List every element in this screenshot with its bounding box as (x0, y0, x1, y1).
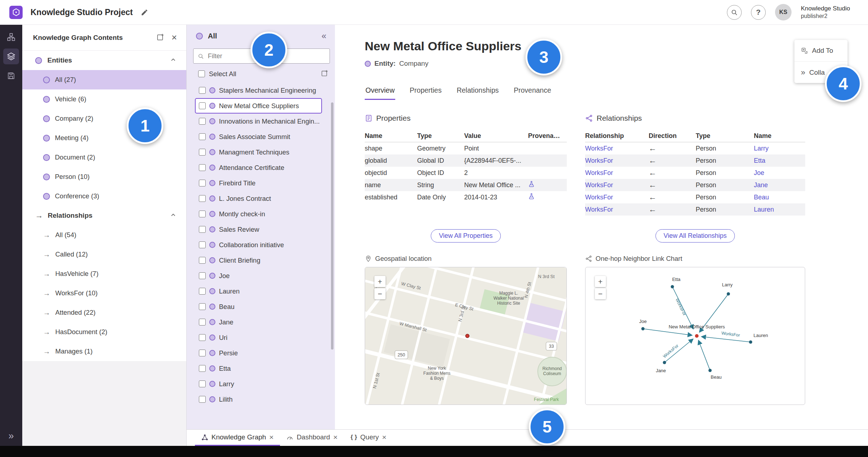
list-item[interactable]: Beau (195, 299, 322, 314)
add-to-button[interactable]: Add To (794, 40, 848, 61)
zoom-in-button[interactable]: + (595, 276, 606, 287)
sidebar-item-relationship[interactable]: HasDocument (2) (22, 322, 186, 342)
sidebar-item-entity[interactable]: All (27) (22, 70, 186, 89)
tab-knowledge-graph[interactable]: Knowledge Graph (195, 430, 280, 446)
chevron-up-icon[interactable] (170, 212, 176, 220)
map-canvas[interactable]: W Clay St E Clay St N 3rd St N 3rd St N … (365, 267, 567, 405)
detail-tab[interactable]: Provenance (513, 84, 552, 100)
sidebar-item-entity[interactable]: Person (10) (22, 167, 186, 186)
view-all-relationships-button[interactable]: View All Relationships (655, 229, 735, 243)
edit-title-icon[interactable] (141, 9, 148, 16)
item-checkbox[interactable] (199, 241, 206, 248)
sidebar-item-relationship[interactable]: Manages (1) (22, 342, 186, 361)
detail-tab[interactable]: Relationships (456, 84, 499, 100)
list-item[interactable]: Montly check-in (195, 206, 322, 222)
list-item[interactable]: Staplers Mechanical Engineering (195, 83, 322, 98)
related-entity-link[interactable]: Etta (754, 157, 805, 165)
avatar[interactable]: KS (775, 4, 792, 20)
list-item[interactable]: L. Jones Contract (195, 191, 322, 206)
entities-section-header[interactable]: Entities (22, 51, 186, 70)
chevron-up-icon[interactable] (170, 57, 176, 64)
item-checkbox[interactable] (199, 102, 206, 109)
item-checkbox[interactable] (199, 396, 206, 403)
list-item[interactable]: Joe (195, 268, 322, 283)
item-checkbox[interactable] (199, 226, 206, 233)
item-checkbox[interactable] (199, 365, 206, 372)
sidebar-item-entity[interactable]: Document (2) (22, 148, 186, 167)
relationships-section-header[interactable]: Relationships (22, 206, 186, 225)
list-item[interactable]: Sales Review (195, 222, 322, 237)
scrollbar[interactable] (331, 102, 333, 350)
add-item-icon[interactable] (321, 69, 328, 78)
related-entity-link[interactable]: Beau (754, 194, 805, 201)
item-checkbox[interactable] (199, 118, 206, 125)
list-item[interactable]: Client Briefing (195, 253, 322, 268)
item-checkbox[interactable] (199, 319, 206, 326)
close-tab-icon[interactable] (382, 433, 386, 442)
relationship-link[interactable]: WorksFor (585, 145, 649, 152)
item-checkbox[interactable] (199, 149, 206, 156)
hierarchy-icon[interactable] (3, 29, 19, 45)
relationship-link[interactable]: WorksFor (585, 157, 649, 165)
close-panel-icon[interactable] (172, 32, 177, 43)
sidebar-item-relationship[interactable]: HasVehicle (7) (22, 264, 186, 283)
related-entity-link[interactable]: Joe (754, 169, 805, 177)
sidebar-item-entity[interactable]: Conference (3) (22, 186, 186, 206)
item-checkbox[interactable] (199, 180, 206, 186)
detail-tab[interactable]: Overview (365, 84, 395, 100)
list-item[interactable]: Lilith (195, 392, 322, 407)
list-item[interactable]: Etta (195, 361, 322, 376)
item-checkbox[interactable] (199, 195, 206, 202)
provenance-flask-icon[interactable] (528, 181, 535, 188)
item-checkbox[interactable] (199, 257, 206, 264)
save-icon[interactable] (3, 68, 19, 84)
provenance-flask-icon[interactable] (528, 193, 535, 200)
list-item[interactable]: Larry (195, 376, 322, 392)
sidebar-item-entity[interactable]: Vehicle (6) (22, 89, 186, 109)
view-all-properties-button[interactable]: View All Properties (431, 229, 501, 243)
item-checkbox[interactable] (199, 133, 206, 140)
zoom-out-button[interactable]: − (595, 288, 606, 299)
relationship-link[interactable]: WorksFor (585, 181, 649, 189)
related-entity-link[interactable]: Larry (754, 145, 805, 152)
list-item[interactable]: Lauren (195, 283, 322, 299)
list-item[interactable]: Jane (195, 314, 322, 330)
list-item[interactable]: Uri (195, 330, 322, 345)
app-logo-icon[interactable] (9, 6, 23, 19)
item-checkbox[interactable] (199, 350, 206, 356)
list-item[interactable]: Persie (195, 345, 322, 361)
item-checkbox[interactable] (199, 380, 206, 387)
item-checkbox[interactable] (199, 288, 206, 295)
detail-tab[interactable]: Properties (409, 84, 442, 100)
close-tab-icon[interactable] (333, 433, 337, 442)
list-item[interactable]: Managment Techniques (195, 144, 322, 160)
list-item[interactable]: Collaboration initiative (195, 237, 322, 253)
sidebar-item-relationship[interactable]: All (54) (22, 225, 186, 245)
zoom-in-button[interactable]: + (374, 276, 386, 287)
item-checkbox[interactable] (199, 272, 206, 279)
relationship-link[interactable]: WorksFor (585, 194, 649, 201)
relationship-link[interactable]: WorksFor (585, 169, 649, 177)
item-checkbox[interactable] (199, 164, 206, 171)
list-item[interactable]: New Metal Office Suppliers (195, 98, 322, 114)
related-entity-link[interactable]: Lauren (754, 206, 805, 213)
item-checkbox[interactable] (199, 303, 206, 310)
expand-rail-icon[interactable] (8, 430, 14, 442)
item-checkbox[interactable] (199, 334, 206, 341)
collapse-panel-icon[interactable] (322, 31, 326, 41)
link-chart-canvas[interactable]: Etta Larry Joe Lauren Jane Beau New Meta… (585, 267, 805, 405)
sidebar-item-relationship[interactable]: Attended (22) (22, 303, 186, 322)
item-checkbox[interactable] (199, 87, 206, 94)
zoom-out-button[interactable]: − (374, 288, 386, 299)
user-info[interactable]: Knowledge Studio publisher2 (801, 5, 850, 19)
search-icon[interactable] (727, 5, 742, 20)
graph-center-node[interactable] (695, 334, 699, 338)
related-entity-link[interactable]: Jane (754, 181, 805, 189)
sidebar-item-relationship[interactable]: WorksFor (10) (22, 283, 186, 303)
map-marker[interactable] (466, 334, 469, 338)
tab-query[interactable]: { } Query (344, 430, 393, 446)
select-all-checkbox[interactable] (198, 70, 205, 77)
list-item[interactable]: Innovations in Mechanical Engin... (195, 114, 322, 129)
layers-icon[interactable] (3, 49, 19, 64)
help-icon[interactable] (751, 5, 766, 20)
